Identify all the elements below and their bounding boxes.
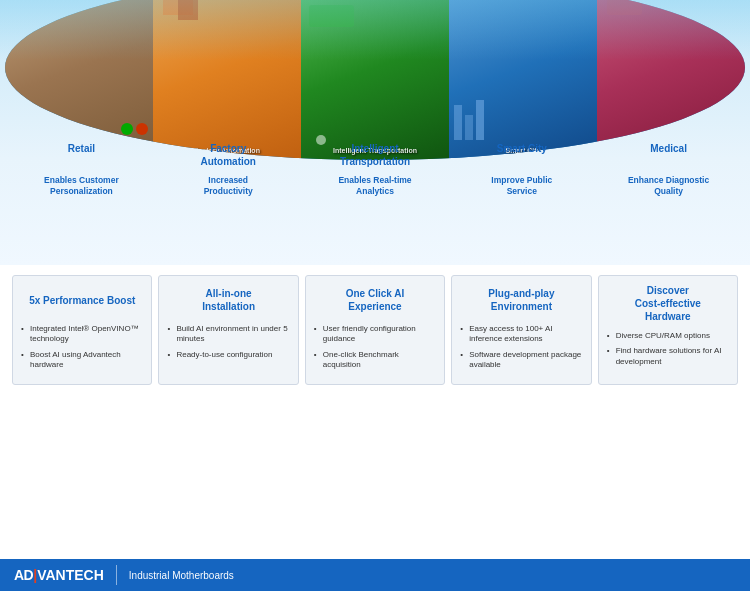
industry-label-medical: Medical bbox=[595, 142, 742, 168]
logo-vantech-part: VANTECH bbox=[37, 567, 104, 583]
benefit-productivity: IncreasedProductivity bbox=[155, 175, 302, 197]
industry-label-factory: FactoryAutomation bbox=[155, 142, 302, 168]
footer: AD|VANTECH Industrial Motherboards bbox=[0, 559, 750, 591]
list-item: • Integrated Intel® OpenVINO™ technology bbox=[21, 324, 143, 345]
benefit-diagnostic: Enhance DiagnosticQuality bbox=[595, 175, 742, 197]
card-hardware-title: DiscoverCost-effectiveHardware bbox=[607, 284, 729, 323]
card-hardware-items: • Diverse CPU/RAM options • Find hardwar… bbox=[607, 331, 729, 367]
industry-label-transport: IntelligentTransportation bbox=[302, 142, 449, 168]
benefit-personalization: Enables CustomerPersonalization bbox=[8, 175, 155, 197]
benefit-analytics: Enables Real-timeAnalytics bbox=[302, 175, 449, 197]
list-item: • One-click Benchmark acquisition bbox=[314, 350, 436, 371]
panel-city: Smart City bbox=[449, 0, 597, 160]
card-performance-title: 5x Performance Boost bbox=[21, 284, 143, 316]
list-item: • User friendly configuration guidance bbox=[314, 324, 436, 345]
card-plugplay-title: Plug-and-playEnvironment bbox=[460, 284, 582, 316]
panel-retail: Retail bbox=[5, 0, 153, 160]
disc-ellipse: Retail Factory Automation Intelligent Tr… bbox=[5, 0, 745, 160]
list-item: • Easy access to 100+ AI inference exten… bbox=[460, 324, 582, 345]
card-oneclick-items: • User friendly configuration guidance •… bbox=[314, 324, 436, 371]
panel-transport: Intelligent Transportation bbox=[301, 0, 449, 160]
panel-medical: Medical bbox=[597, 0, 745, 160]
benefits-row: Enables CustomerPersonalization Increase… bbox=[0, 175, 750, 197]
card-installation-items: • Build AI environment in under 5 minute… bbox=[167, 324, 289, 360]
footer-divider bbox=[116, 565, 117, 585]
industry-label-city: Smart City bbox=[448, 142, 595, 168]
benefit-public-service: Improve PublicService bbox=[448, 175, 595, 197]
card-performance: 5x Performance Boost • Integrated Intel®… bbox=[12, 275, 152, 385]
logo-ad-part: AD bbox=[14, 567, 33, 583]
card-oneclick-title: One Click AIExperience bbox=[314, 284, 436, 316]
card-plugplay-items: • Easy access to 100+ AI inference exten… bbox=[460, 324, 582, 371]
list-item: • Software development package available bbox=[460, 350, 582, 371]
card-hardware: DiscoverCost-effectiveHardware • Diverse… bbox=[598, 275, 738, 385]
list-item: • Boost AI using Advantech hardware bbox=[21, 350, 143, 371]
card-installation: All-in-oneInstallation • Build AI enviro… bbox=[158, 275, 298, 385]
list-item: • Ready-to-use configuration bbox=[167, 350, 289, 360]
cards-section: 5x Performance Boost • Integrated Intel®… bbox=[0, 265, 750, 393]
card-performance-items: • Integrated Intel® OpenVINO™ technology… bbox=[21, 324, 143, 371]
card-plugplay: Plug-and-playEnvironment • Easy access t… bbox=[451, 275, 591, 385]
list-item: • Find hardware solutions for AI develop… bbox=[607, 346, 729, 367]
panel-factory: Factory Automation bbox=[153, 0, 301, 160]
industry-labels-row: Retail FactoryAutomation IntelligentTran… bbox=[0, 142, 750, 168]
list-item: • Build AI environment in under 5 minute… bbox=[167, 324, 289, 345]
top-section: Retail Factory Automation Intelligent Tr… bbox=[0, 0, 750, 265]
list-item: • Diverse CPU/RAM options bbox=[607, 331, 729, 341]
card-installation-title: All-in-oneInstallation bbox=[167, 284, 289, 316]
footer-logo: AD|VANTECH bbox=[14, 567, 104, 583]
industry-label-retail: Retail bbox=[8, 142, 155, 168]
footer-subtitle: Industrial Motherboards bbox=[129, 570, 234, 581]
card-oneclick: One Click AIExperience • User friendly c… bbox=[305, 275, 445, 385]
